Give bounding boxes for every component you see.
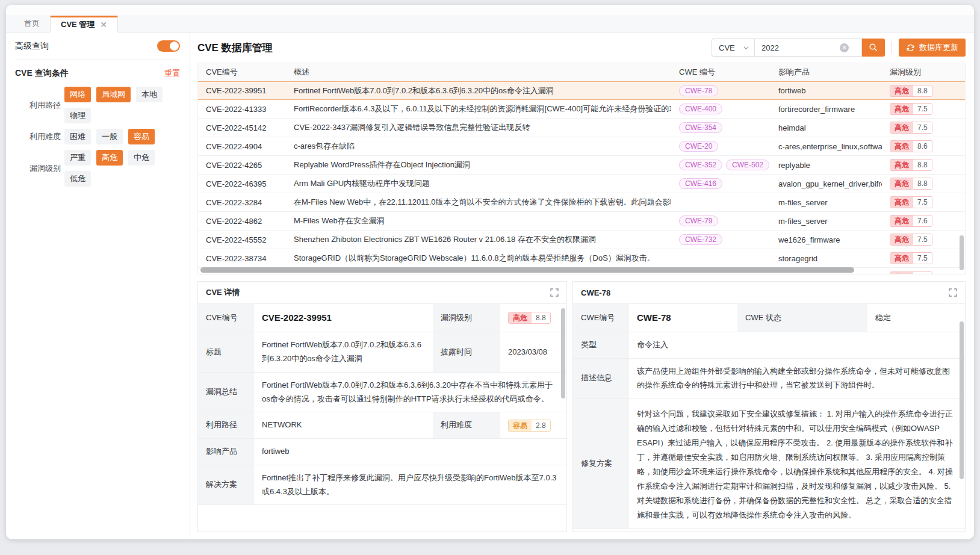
search-button[interactable] [862, 39, 885, 57]
filter-option-medium[interactable]: 一般 [96, 129, 123, 144]
table-header: CVE编号 概述 CWE 编号 影响产品 漏洞级别 [198, 63, 965, 81]
cwe-badge[interactable]: CWE-20 [679, 141, 718, 152]
cwe-badge[interactable]: CWE-502 [726, 160, 769, 170]
vertical-scrollbar[interactable] [960, 321, 964, 479]
cwe-badge[interactable]: CWE-352 [679, 160, 722, 170]
search-input-wrap: ✕ [755, 39, 862, 57]
cve-id: CVE-2022-39951 [262, 310, 332, 326]
severity-badge: 高危8.6 [890, 140, 932, 152]
filter-option-easy[interactable]: 容易 [128, 129, 155, 144]
table-row[interactable]: CVE-2022-4265 Replyable WordPress插件存在Obj… [198, 156, 965, 175]
cwe-badge[interactable]: CWE-354 [679, 122, 722, 133]
cwe-detail-title: CWE-78 [581, 288, 610, 297]
cwe-badge[interactable]: CWE-78 [679, 85, 718, 96]
table-row[interactable]: CVE-2022-39951 Fortinet FortiWeb版本7.0.0到… [198, 81, 965, 100]
table-row[interactable]: CVE-2022-4862 M-Files Web存在安全漏洞 CWE-79 m… [198, 212, 965, 231]
chevron-down-icon [743, 45, 749, 51]
filter-option-local[interactable]: 本地 [136, 87, 163, 102]
app-window: 首页 CVE 管理 ✕ 高级查询 CVE 查询条件 重置 利用路径 网络 [6, 5, 974, 539]
filter-attack-vector: 利用路径 网络 局域网 本地 物理 [29, 87, 180, 123]
cve-table: CVE编号 概述 CWE 编号 影响产品 漏洞级别 CVE-2022-39951… [197, 63, 966, 274]
tab-cve-management-label: CVE 管理 [61, 19, 95, 30]
severity-badge: 高危7.5 [890, 103, 932, 115]
divider [892, 42, 892, 54]
tab-home-label: 首页 [24, 18, 40, 29]
severity-badge: 高危8.8 [890, 159, 932, 171]
severity-badge: 高危8.8 [890, 178, 932, 190]
severity-badge: 高危7.6 [890, 215, 932, 227]
cwe-badge[interactable]: CWE-416 [679, 178, 722, 189]
close-icon[interactable]: ✕ [100, 20, 107, 29]
table-row[interactable]: CVE-2022-45552 Shenzhen Zhiboton Electro… [198, 231, 965, 249]
advanced-query-label: 高级查询 [15, 41, 49, 52]
filter-difficulty: 利用难度 困难 一般 容易 [29, 129, 180, 144]
tab-bar: 首页 CVE 管理 ✕ [6, 5, 974, 33]
filter-option-high[interactable]: 高危 [96, 150, 123, 166]
difficulty-badge: 容易2.8 [508, 420, 551, 432]
database-update-button[interactable]: 数据库更新 [899, 39, 966, 57]
cwe-badge[interactable]: CWE-79 [679, 215, 718, 226]
table-row[interactable]: CVE-2022-41333 FortiRecorder版本6.4.3及以下，6… [198, 100, 965, 119]
filter-option-hard[interactable]: 困难 [64, 129, 91, 144]
vertical-scrollbar[interactable] [960, 235, 964, 270]
search-icon [869, 43, 878, 52]
search-type-value: CVE [719, 43, 735, 52]
toggle-knob [170, 42, 179, 51]
table-row[interactable]: CVE-2022-38734 StorageGRID（以前称为StorageGR… [198, 249, 965, 268]
filter-option-critical[interactable]: 严重 [64, 150, 91, 166]
page-title: CVE 数据库管理 [197, 41, 273, 55]
reset-button[interactable]: 重置 [164, 68, 180, 79]
severity-badge: 高危7.5 [890, 196, 932, 208]
severity-badge: 高危8.8 [508, 312, 551, 324]
search-input[interactable] [761, 43, 840, 52]
database-update-label: 数据库更新 [919, 42, 958, 53]
cwe-badge[interactable]: CWE-400 [679, 104, 722, 114]
advanced-query-toggle[interactable] [157, 40, 180, 52]
filter-option-network[interactable]: 网络 [64, 87, 91, 102]
severity-badge: 高危7.5 [890, 234, 932, 246]
clear-icon[interactable]: ✕ [840, 43, 849, 52]
severity-badge: 高危8.8 [890, 85, 932, 97]
filter-option-lan[interactable]: 局域网 [96, 87, 131, 102]
cwe-badge[interactable]: CWE-732 [679, 234, 722, 245]
expand-icon[interactable] [949, 288, 957, 297]
severity-badge: 高危8.8 [890, 271, 932, 275]
table-row[interactable]: CVE-2022-45142 CVE-2022-3437漏洞修复引入逻辑错误导致… [198, 119, 965, 137]
filter-severity: 漏洞级别 严重 高危 中危 低危 [29, 150, 180, 187]
refresh-icon [906, 43, 915, 52]
cwe-id: CWE-78 [637, 310, 671, 326]
expand-icon[interactable] [550, 288, 559, 297]
tab-cve-management[interactable]: CVE 管理 ✕ [50, 16, 118, 33]
cve-detail-panel: CVE 详情 CVE编号 CVE-2022-39951 漏洞级别 高危8.8 [197, 281, 567, 532]
horizontal-scrollbar[interactable] [200, 267, 854, 273]
filter-option-physical[interactable]: 物理 [64, 108, 91, 123]
cwe-detail-panel: CWE-78 CWE编号 CWE-78 CWE 状态 稳定 [572, 281, 966, 532]
table-row[interactable]: CVE-2022-3284 在M-Files New Web中，在22.11.1… [198, 193, 965, 212]
vertical-scrollbar[interactable] [561, 308, 565, 398]
filter-sidebar: 高级查询 CVE 查询条件 重置 利用路径 网络 局域网 本地 物理 利用难度 [6, 33, 190, 539]
table-row[interactable]: CVE-2022-46395 Arm Mali GPU内核驱动程序中发现问题 C… [198, 175, 965, 193]
cve-detail-title: CVE 详情 [206, 287, 240, 298]
filter-option-low[interactable]: 低危 [64, 171, 91, 187]
search-type-select[interactable]: CVE [712, 39, 755, 57]
table-row[interactable]: CVE-2022-4904 c-ares包存在缺陷 CWE-20 c-ares,… [198, 137, 965, 156]
query-conditions-title: CVE 查询条件 [15, 68, 69, 79]
tab-home[interactable]: 首页 [14, 15, 50, 32]
filter-option-medium-risk[interactable]: 中危 [128, 150, 155, 166]
severity-badge: 高危7.5 [890, 122, 932, 134]
severity-badge: 高危7.5 [890, 252, 932, 264]
